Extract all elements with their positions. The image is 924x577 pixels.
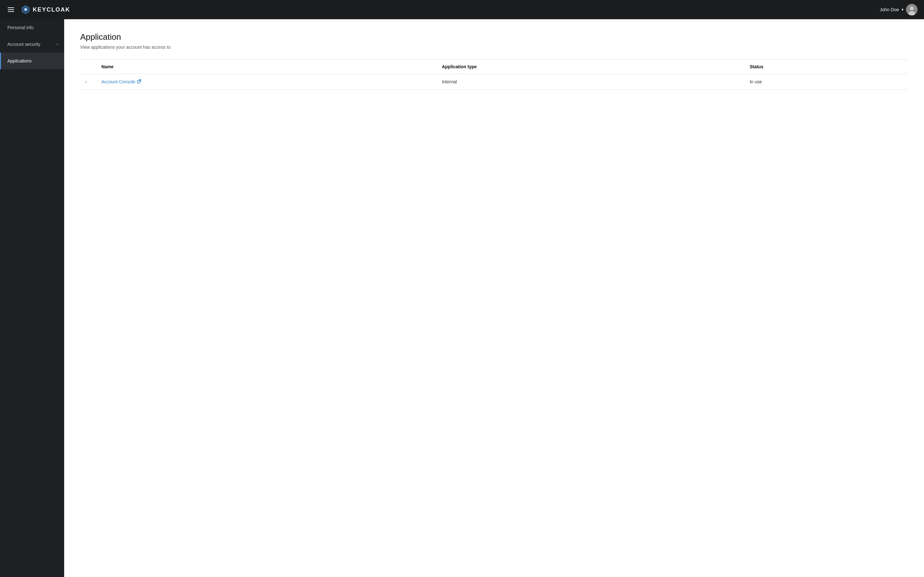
row-expand-icon[interactable]: › (86, 79, 87, 84)
sidebar-item-applications-label: Applications (7, 58, 32, 63)
external-link-icon (137, 79, 141, 84)
sidebar: Personal info Account security › Applica… (0, 19, 64, 577)
user-dropdown-icon[interactable]: ▾ (901, 7, 903, 12)
topnav-right: John Doe ▾ (880, 4, 918, 15)
logo-text: KEYCLOAK (33, 6, 70, 13)
topnav-left: KEYCLOAK (6, 5, 70, 15)
table-row: › Account Console (80, 74, 908, 90)
table-header-expand (80, 60, 96, 74)
table-header-type: Application type (437, 60, 744, 74)
sidebar-item-account-security[interactable]: Account security › (0, 36, 64, 53)
table-cell-expand: › (80, 74, 96, 90)
logo[interactable]: KEYCLOAK (21, 5, 70, 15)
svg-point-6 (910, 6, 914, 10)
table-cell-name: Account Console (96, 74, 437, 90)
page-subtitle: View applications your account has acces… (80, 45, 908, 50)
page-title: Application (80, 32, 908, 42)
chevron-right-icon: › (57, 42, 58, 47)
topnav: KEYCLOAK John Doe ▾ (0, 0, 924, 19)
main-layout: Personal info Account security › Applica… (0, 19, 924, 577)
table-header-row: Name Application type Status (80, 60, 908, 74)
sidebar-item-personal-info-label: Personal info (7, 25, 34, 30)
avatar[interactable] (906, 4, 918, 15)
sidebar-item-account-security-label: Account security (7, 42, 40, 47)
user-name: John Doe (880, 7, 899, 12)
applications-table: Name Application type Status › Account C… (80, 59, 908, 90)
table-cell-status: In use (745, 74, 908, 90)
keycloak-logo-icon (21, 5, 31, 15)
sidebar-item-applications[interactable]: Applications (0, 53, 64, 69)
avatar-icon (906, 4, 918, 15)
table-cell-type: Internal (437, 74, 744, 90)
table-header-name: Name (96, 60, 437, 74)
account-console-link[interactable]: Account Console (102, 79, 141, 84)
main-content: Application View applications your accou… (64, 19, 924, 577)
hamburger-menu-button[interactable] (6, 6, 15, 13)
account-console-label: Account Console (102, 79, 136, 84)
table-header-status: Status (745, 60, 908, 74)
sidebar-item-personal-info[interactable]: Personal info (0, 19, 64, 36)
